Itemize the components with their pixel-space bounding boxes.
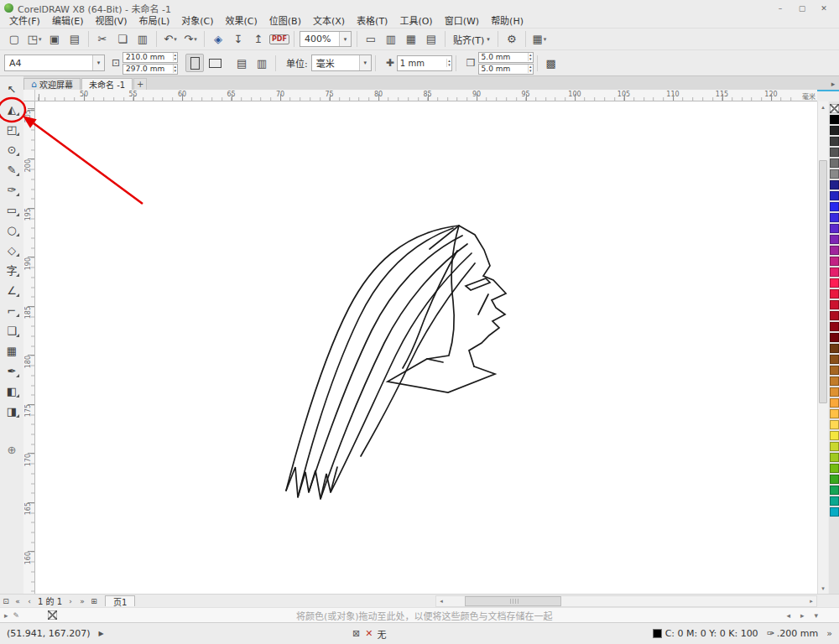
new-document-button[interactable]: ▢ [5, 30, 23, 49]
page-size-select[interactable]: A4 ▾ [4, 55, 105, 71]
connector-tool[interactable]: ⌐ [2, 300, 22, 320]
options-button[interactable]: ⚙ [503, 30, 521, 49]
color-swatch[interactable] [830, 431, 839, 440]
show-guidelines-button[interactable]: ▤ [422, 30, 440, 49]
next-page-button[interactable]: › [65, 595, 76, 607]
prev-page-button[interactable]: ‹ [23, 595, 35, 607]
full-screen-preview-button[interactable]: ▭ [362, 30, 380, 49]
color-swatch[interactable] [830, 224, 839, 233]
tab-welcome-screen[interactable]: ⌂ 欢迎屏幕 [23, 78, 81, 90]
menu-item[interactable]: 位图(B) [263, 16, 307, 28]
status-flyout-button[interactable]: ▶ [99, 630, 104, 637]
redo-button[interactable]: ↷▾ [181, 30, 200, 49]
menu-item[interactable]: 视图(V) [89, 16, 133, 28]
menu-item[interactable]: 工具(O) [393, 16, 438, 28]
color-swatch[interactable] [830, 158, 839, 168]
page-width-input[interactable]: 210.0 mm ▴▾ [122, 52, 178, 63]
color-swatch[interactable] [830, 213, 839, 222]
spinner-arrows-icon[interactable]: ▴▾ [173, 65, 178, 73]
vscrollbar-thumb[interactable] [819, 160, 827, 403]
color-swatch[interactable] [830, 148, 839, 157]
palette-right-button[interactable]: ▸ [800, 611, 805, 620]
undo-button[interactable]: ↶▾ [161, 30, 180, 49]
snap-to-dropdown[interactable]: 贴齐(T)▾ [449, 31, 494, 48]
ellipse-tool[interactable]: ○ [2, 220, 22, 240]
last-page-button[interactable]: » [76, 595, 88, 607]
transparency-tool[interactable]: ▦ [2, 340, 22, 361]
new-tab-button[interactable]: + [133, 78, 147, 90]
close-button[interactable]: ✕ [813, 2, 835, 14]
color-swatch[interactable] [830, 366, 839, 375]
menu-item[interactable]: 文本(X) [307, 16, 351, 28]
print-button[interactable]: ▤ [65, 30, 84, 49]
interactive-fill-tool[interactable]: ◧ [2, 381, 22, 401]
color-swatch[interactable] [830, 355, 839, 364]
units-select[interactable]: 毫米 ▾ [311, 55, 372, 71]
crop-tool[interactable]: ◰ [2, 119, 22, 139]
cut-button[interactable]: ✂ [93, 30, 112, 49]
palette-left-button[interactable]: ◂ [786, 611, 790, 620]
hscrollbar-thumb[interactable] [465, 596, 561, 606]
freehand-tool[interactable]: ✎ [2, 159, 22, 179]
drop-shadow-tool[interactable]: ❑ [2, 320, 22, 340]
color-swatch[interactable] [830, 235, 839, 244]
page-1-tab[interactable]: 页1 [105, 595, 135, 606]
copy-button[interactable]: ❏ [113, 30, 132, 49]
open-button[interactable]: ◳▾ [25, 30, 44, 49]
menu-item[interactable]: 窗口(W) [439, 16, 485, 28]
maximize-button[interactable]: ▢ [791, 2, 813, 14]
polygon-tool[interactable]: ◇ [2, 240, 22, 260]
tab-document[interactable]: 未命名 -1 [81, 78, 133, 90]
color-swatch[interactable] [830, 398, 839, 408]
show-rulers-button[interactable]: ▥ [382, 30, 400, 49]
color-swatch[interactable] [830, 496, 839, 506]
menu-item[interactable]: 效果(C) [220, 16, 263, 28]
color-swatch[interactable] [830, 191, 839, 200]
vertical-ruler[interactable]: 205200195190185180175170165160 [23, 101, 35, 594]
duplicate-x-input[interactable]: 5.0 mm ▴▾ [478, 52, 534, 63]
color-swatch[interactable] [830, 442, 839, 451]
palette-flyout-icon[interactable]: ▸ [4, 611, 8, 620]
current-page-button[interactable]: ▥ [253, 54, 271, 72]
color-eyedropper-tool[interactable]: ✒ [2, 361, 22, 381]
export-button[interactable]: ↥ [249, 30, 268, 49]
color-swatch[interactable] [830, 507, 839, 517]
smart-fill-tool[interactable]: ◨ [2, 401, 22, 421]
nudge-distance-input[interactable]: 1 mm ▴▾ [397, 55, 452, 71]
menu-item[interactable]: 对象(C) [175, 16, 219, 28]
show-grid-button[interactable]: ▦ [402, 30, 420, 49]
horizontal-scrollbar[interactable]: ◂ ▸ [435, 595, 817, 607]
customize-toolbox-button[interactable]: ⊕ [2, 439, 22, 460]
color-swatch[interactable] [830, 246, 839, 255]
tab-scroll-right-button[interactable]: ▸ [827, 78, 839, 90]
minimize-button[interactable]: – [769, 2, 791, 14]
color-swatch[interactable] [830, 464, 839, 473]
color-swatch[interactable] [830, 453, 839, 462]
color-swatch[interactable] [830, 311, 839, 320]
no-color-swatch[interactable] [48, 610, 57, 620]
horizontal-ruler[interactable]: 毫米 50556065707580859095100105110115120 [35, 90, 817, 101]
menu-item[interactable]: 帮助(H) [485, 16, 529, 28]
text-tool[interactable]: 字 [2, 260, 22, 280]
color-swatch[interactable] [830, 377, 839, 386]
zoom-level-select[interactable]: 400%▾ [300, 31, 352, 47]
status-overflow-button[interactable]: » [826, 628, 832, 639]
color-swatch[interactable] [830, 475, 839, 484]
search-content-button[interactable]: ◈ [209, 30, 227, 49]
treat-as-filled-button[interactable]: ▩ [542, 54, 560, 72]
paste-button[interactable]: ▥ [133, 30, 152, 49]
pdf-button[interactable]: PDF [269, 30, 289, 49]
menu-item[interactable]: 布局(L) [133, 16, 176, 28]
page-height-input[interactable]: 297.0 mm ▴▾ [122, 64, 178, 75]
color-swatch[interactable] [830, 486, 839, 495]
spinner-arrows-icon[interactable]: ▴▾ [173, 53, 178, 61]
save-button[interactable]: ▣ [45, 30, 64, 49]
color-swatch[interactable] [830, 137, 839, 146]
color-swatch[interactable] [830, 180, 839, 190]
color-swatch[interactable] [830, 278, 839, 288]
palette-down-button[interactable]: ▾ [814, 611, 818, 620]
hscrollbar-track[interactable] [446, 596, 806, 606]
parallel-dimension-tool[interactable]: ∠ [2, 280, 22, 300]
color-swatch[interactable] [830, 126, 839, 135]
color-swatch[interactable] [830, 257, 839, 266]
